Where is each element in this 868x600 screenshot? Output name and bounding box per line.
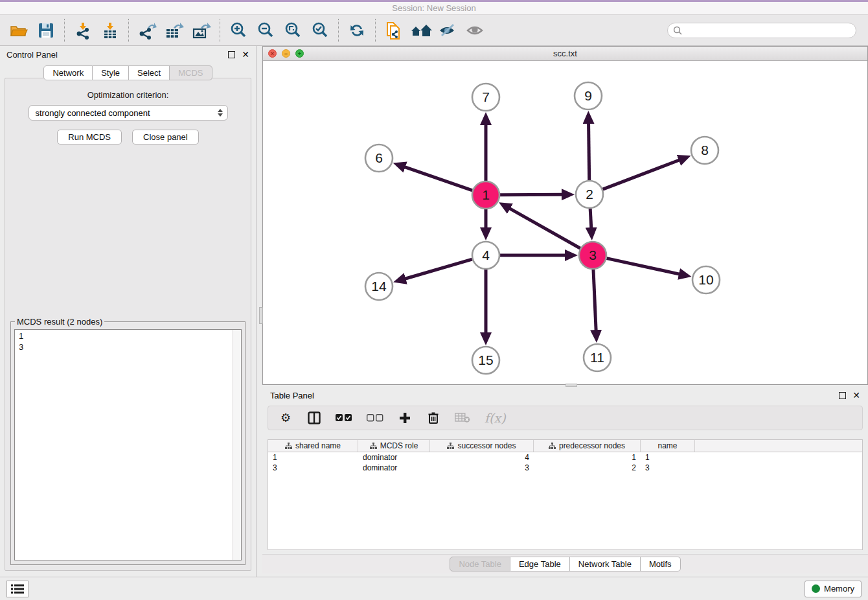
toolbar-separator: [375, 19, 376, 42]
edge-2-3[interactable]: [590, 209, 591, 228]
column-header-shared-name[interactable]: shared name: [268, 440, 358, 452]
table-row[interactable]: 1dominator411: [268, 452, 862, 463]
splitter-handle-left[interactable]: [259, 307, 263, 324]
control-panel: Control Panel ✕ NetworkStyleSelectMCDS O…: [0, 46, 257, 579]
memory-status-icon: [812, 584, 820, 593]
column-header-mcds-role[interactable]: MCDS role: [358, 440, 430, 452]
edge-3-1[interactable]: [510, 209, 580, 249]
tab-edge-table[interactable]: Edge Table: [510, 557, 570, 571]
splitter-handle-bottom[interactable]: [565, 384, 577, 387]
cell-shared-name[interactable]: 3: [268, 463, 358, 473]
mcds-panel: Optimization criterion: strongly connect…: [5, 78, 251, 571]
float-panel-icon[interactable]: [228, 51, 235, 58]
column-header-filler: [695, 440, 862, 452]
column-layout-icon[interactable]: [307, 410, 321, 426]
add-column-icon[interactable]: [398, 410, 412, 426]
zoom-selected-button[interactable]: [306, 17, 334, 43]
tab-node-table[interactable]: Node Table: [450, 557, 510, 571]
show-all-button[interactable]: [462, 17, 489, 43]
select-all-columns-icon[interactable]: [336, 410, 352, 426]
close-table-panel-icon[interactable]: ✕: [852, 392, 860, 399]
edge-2-9[interactable]: [589, 123, 589, 180]
delete-table-icon[interactable]: [455, 410, 470, 426]
search-input[interactable]: [685, 26, 851, 35]
export-table-icon: [165, 21, 184, 40]
export-network-button[interactable]: [133, 17, 161, 43]
save-session-button[interactable]: [32, 17, 60, 43]
cell-successor-nodes[interactable]: 4: [430, 452, 534, 463]
network-window-titlebar[interactable]: scc.txt ✕ − +: [263, 47, 867, 61]
float-table-panel-icon[interactable]: [839, 392, 846, 399]
result-scrollbar[interactable]: [233, 330, 241, 560]
delete-column-icon[interactable]: [426, 410, 440, 426]
function-builder-icon[interactable]: f(x): [485, 410, 506, 426]
application-window: Session: New Session: [0, 0, 868, 600]
criterion-select[interactable]: strongly connected component: [29, 105, 228, 121]
save-session-icon: [38, 22, 54, 39]
import-network-button[interactable]: [69, 17, 97, 43]
cell-mcds-role[interactable]: dominator: [358, 463, 430, 473]
cell-mcds-role[interactable]: dominator: [358, 452, 430, 463]
export-image-icon: [192, 21, 211, 40]
cell-name[interactable]: 1: [641, 452, 695, 463]
zoom-selected-icon: [311, 21, 329, 40]
refresh-view-button[interactable]: [343, 17, 371, 43]
node-table[interactable]: shared nameMCDS rolesuccessor nodesprede…: [268, 439, 863, 550]
edge-3-11[interactable]: [593, 270, 596, 330]
table-panel: Table Panel ✕ ⚙: [262, 387, 868, 579]
zoom-out-button[interactable]: [252, 17, 279, 43]
graph-node-label-14: 14: [371, 279, 387, 294]
toolbar-separator: [64, 19, 65, 42]
mcds-result-groupbox: MCDS result (2 nodes) 1 3: [10, 317, 246, 565]
open-session-button[interactable]: [5, 17, 32, 43]
tab-mcds[interactable]: MCDS: [170, 65, 212, 80]
unselect-all-columns-icon[interactable]: [367, 410, 383, 426]
open-session-folder-icon: [10, 22, 28, 39]
cell-name[interactable]: 3: [641, 463, 695, 473]
task-list-icon: [11, 584, 24, 594]
close-panel-icon[interactable]: ✕: [242, 51, 249, 58]
zoom-in-button[interactable]: [225, 17, 252, 43]
tab-network[interactable]: Network: [43, 65, 93, 80]
tab-motifs[interactable]: Motifs: [641, 557, 681, 571]
task-history-button[interactable]: [6, 581, 29, 597]
hide-selected-button[interactable]: [435, 17, 462, 43]
edge-3-10[interactable]: [606, 259, 679, 274]
edge-2-8[interactable]: [603, 160, 680, 189]
edge-1-2[interactable]: [500, 194, 562, 195]
zoom-in-icon: [229, 21, 247, 40]
export-table-button[interactable]: [161, 17, 188, 43]
column-header-predecessor-nodes[interactable]: predecessor nodes: [534, 440, 641, 452]
cell-predecessor-nodes[interactable]: 1: [534, 452, 641, 463]
graph-node-label-4: 4: [482, 248, 490, 262]
table-row[interactable]: 3dominator323: [268, 463, 862, 473]
memory-button[interactable]: Memory: [805, 581, 862, 597]
mcds-result-area[interactable]: 1 3: [14, 329, 242, 560]
cell-successor-nodes[interactable]: 3: [430, 463, 534, 473]
export-image-button[interactable]: [188, 17, 215, 43]
column-header-name[interactable]: name: [641, 440, 695, 452]
zoom-fit-button[interactable]: [279, 17, 306, 43]
toolbar-separator: [128, 19, 129, 42]
graph-node-label-9: 9: [584, 88, 592, 103]
run-mcds-button[interactable]: Run MCDS: [57, 130, 122, 144]
import-table-button[interactable]: [97, 17, 124, 43]
toolbar-separator: [220, 19, 220, 42]
edge-1-6[interactable]: [405, 167, 473, 190]
search-box[interactable]: [667, 23, 856, 38]
export-network-icon: [137, 21, 157, 40]
column-header-successor-nodes[interactable]: successor nodes: [430, 440, 534, 452]
tab-network-table[interactable]: Network Table: [570, 557, 641, 571]
settings-gear-icon[interactable]: ⚙: [279, 410, 293, 426]
network-canvas[interactable]: 7968124314101511: [263, 61, 867, 384]
tab-select[interactable]: Select: [129, 65, 170, 80]
memory-label: Memory: [824, 584, 854, 594]
close-panel-button[interactable]: Close panel: [132, 130, 199, 144]
edge-4-14[interactable]: [405, 259, 472, 279]
control-panel-title: Control Panel: [6, 50, 58, 60]
clone-network-button[interactable]: [380, 17, 407, 43]
first-neighbors-button[interactable]: [407, 17, 435, 43]
cell-predecessor-nodes[interactable]: 2: [534, 463, 641, 473]
cell-shared-name[interactable]: 1: [268, 452, 358, 463]
tab-style[interactable]: Style: [93, 65, 129, 80]
